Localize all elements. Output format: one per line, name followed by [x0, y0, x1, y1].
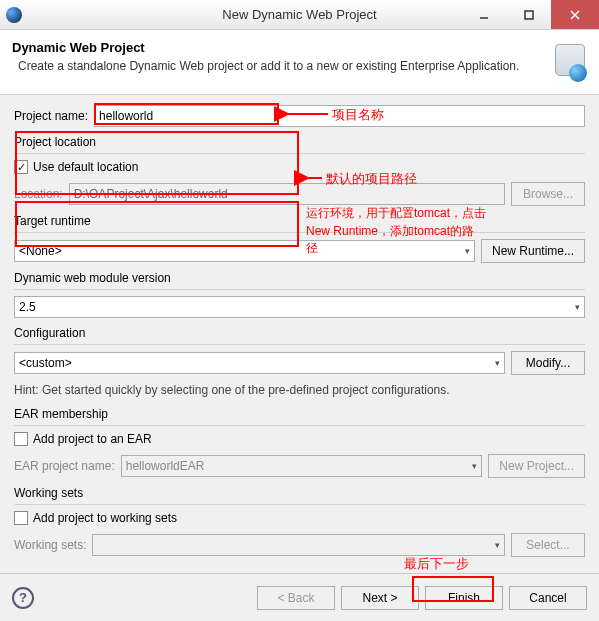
project-name-input[interactable]: [94, 105, 585, 127]
next-button[interactable]: Next >: [341, 586, 419, 610]
close-button[interactable]: [551, 0, 599, 29]
select-working-sets-button: Select...: [511, 533, 585, 557]
new-ear-project-button: New Project...: [488, 454, 585, 478]
banner-title: Dynamic Web Project: [12, 40, 537, 55]
module-version-select[interactable]: 2.5 ▾: [14, 296, 585, 318]
configuration-value: <custom>: [19, 356, 72, 370]
cancel-button[interactable]: Cancel: [509, 586, 587, 610]
chevron-down-icon: ▾: [495, 358, 500, 368]
configuration-group: Configuration: [14, 326, 585, 340]
chevron-down-icon: ▾: [495, 540, 500, 550]
web-project-icon: [545, 40, 587, 82]
new-runtime-button[interactable]: New Runtime...: [481, 239, 585, 263]
working-sets-label: Working sets:: [14, 538, 86, 552]
target-runtime-value: <None>: [19, 244, 62, 258]
target-runtime-select[interactable]: <None> ▾: [14, 240, 475, 262]
finish-button[interactable]: Finish: [425, 586, 503, 610]
project-location-group: Project location: [14, 135, 585, 149]
configuration-hint: Hint: Get started quickly by selecting o…: [14, 383, 585, 397]
module-version-group: Dynamic web module version: [14, 271, 585, 285]
use-default-location-checkbox[interactable]: [14, 160, 28, 174]
chevron-down-icon: ▾: [575, 302, 580, 312]
banner-description: Create a standalone Dynamic Web project …: [18, 59, 537, 73]
add-to-working-sets-label: Add project to working sets: [33, 511, 177, 525]
modify-button[interactable]: Modify...: [511, 351, 585, 375]
target-runtime-group: Target runtime: [14, 214, 585, 228]
configuration-select[interactable]: <custom> ▾: [14, 352, 505, 374]
title-bar: New Dynamic Web Project: [0, 0, 599, 30]
back-button: < Back: [257, 586, 335, 610]
project-name-label: Project name:: [14, 109, 88, 123]
ear-project-name-value: helloworldEAR: [126, 459, 205, 473]
add-to-ear-label: Add project to an EAR: [33, 432, 152, 446]
help-icon[interactable]: ?: [12, 587, 34, 609]
add-to-working-sets-checkbox[interactable]: [14, 511, 28, 525]
minimize-button[interactable]: [461, 0, 506, 29]
maximize-button[interactable]: [506, 0, 551, 29]
location-input: [69, 183, 505, 205]
app-icon: [6, 7, 22, 23]
chevron-down-icon: ▾: [472, 461, 477, 471]
use-default-location-label: Use default location: [33, 160, 138, 174]
location-label: Location:: [14, 187, 63, 201]
wizard-content: Project name: Project location Use defau…: [0, 95, 599, 621]
working-sets-select: ▾: [92, 534, 505, 556]
ear-project-name-label: EAR project name:: [14, 459, 115, 473]
wizard-footer: ? < Back Next > Finish Cancel: [0, 573, 599, 621]
ear-membership-group: EAR membership: [14, 407, 585, 421]
add-to-ear-checkbox[interactable]: [14, 432, 28, 446]
svg-rect-1: [525, 11, 533, 19]
chevron-down-icon: ▾: [465, 246, 470, 256]
ear-project-name-select: helloworldEAR ▾: [121, 455, 483, 477]
module-version-value: 2.5: [19, 300, 36, 314]
browse-button: Browse...: [511, 182, 585, 206]
wizard-banner: Dynamic Web Project Create a standalone …: [0, 30, 599, 95]
working-sets-group: Working sets: [14, 486, 585, 500]
